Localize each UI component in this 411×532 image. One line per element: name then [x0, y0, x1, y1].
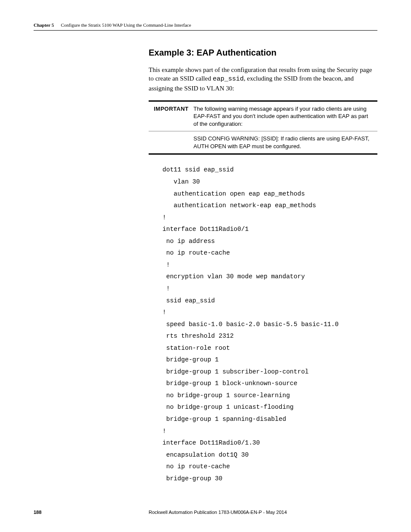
page-number: 188 — [34, 510, 149, 515]
content-area: Example 3: EAP Authentication This examp… — [149, 48, 411, 485]
important-box: IMPORTANT The following warning message … — [149, 100, 377, 155]
important-row-2: SSID CONFIG WARNING: [SSID]: If radio cl… — [149, 131, 377, 153]
intro-paragraph: This example shows part of the configura… — [149, 65, 377, 93]
header-line: Chapter 5 Configure the Stratix 5100 WAP… — [34, 22, 377, 28]
important-label: IMPORTANT — [154, 105, 193, 128]
chapter-label: Chapter 5 — [34, 22, 54, 28]
important-text-1: The following warning message appears if… — [193, 105, 374, 128]
code-block: dot11 ssid eap_ssid vlan 30 authenticati… — [162, 164, 377, 485]
paragraph-code: eap_ssid — [213, 75, 244, 83]
important-row-1: IMPORTANT The following warning message … — [149, 102, 377, 132]
section-heading: Example 3: EAP Authentication — [149, 48, 377, 58]
important-text-2: SSID CONFIG WARNING: [SSID]: If radio cl… — [193, 135, 374, 150]
page-footer: 188 Rockwell Automation Publication 1783… — [34, 510, 377, 515]
footer-publication: Rockwell Automation Publication 1783-UM0… — [149, 510, 377, 515]
header-rule — [34, 30, 377, 31]
page-header: Chapter 5 Configure the Stratix 5100 WAP… — [0, 0, 411, 31]
chapter-title: Configure the Stratix 5100 WAP Using the… — [61, 22, 191, 28]
